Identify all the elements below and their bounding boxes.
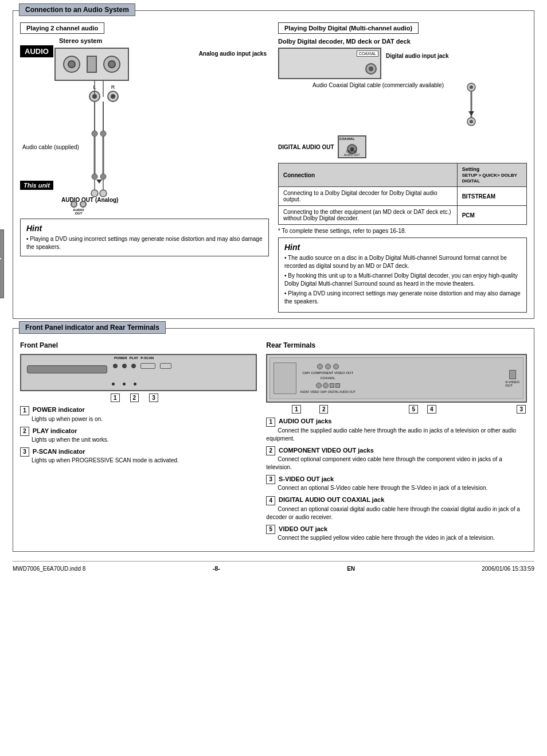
footer-file: MWD7006_E6A70UD.indd 8 xyxy=(13,566,85,572)
audio-left: Playing 2 channel audio Stereo system AU… xyxy=(20,22,269,313)
rear-list-item: 1 AUDIO OUT jacks Connect the supplied a… xyxy=(266,417,527,442)
audio-out-label: AUDIO OUT (Analog) xyxy=(61,196,118,204)
table-col1-header: Connection xyxy=(279,163,458,187)
table-row2-connection: Connecting to the other equipment (an MD… xyxy=(279,206,458,225)
rear-list-item: 4 DIGITAL AUDIO OUT COAXIAL jack Connect… xyxy=(266,496,527,521)
audio-cable-label: Audio cable (supplied) xyxy=(22,143,79,151)
audio-section: Connection to an Audio System Playing 2 … xyxy=(13,10,534,319)
indicator-item: 3 P-SCAN indicator Lights up when PROGRE… xyxy=(20,447,257,465)
hint-title-right: Hint xyxy=(284,243,521,252)
fp-right: Rear Terminals xyxy=(266,341,527,545)
hint-text-right: • The audio source on a disc in a Dolby … xyxy=(284,254,521,306)
audio-out-connector: AUDIOOUT xyxy=(71,201,87,215)
fp-subtitle: Front Panel xyxy=(20,341,257,349)
rear-device: CbPr COMPONENT VIDEO OUT COAXIAL AUDIOVI… xyxy=(266,354,527,403)
svg-point-4 xyxy=(92,131,97,137)
svg-point-19 xyxy=(470,120,473,123)
dolby-box: Playing Dolby Digital (Multi-channel aud… xyxy=(278,22,419,34)
rear-subtitle: Rear Terminals xyxy=(266,341,527,349)
dolby-cable-svg xyxy=(448,81,494,133)
cable-label: Audio Coaxial Digital cable (commerciall… xyxy=(312,81,444,89)
fp-number-labels: 1 2 3 xyxy=(111,393,257,402)
svg-point-9 xyxy=(100,174,106,180)
front-panel-section: Front Panel indicator and Rear Terminals… xyxy=(13,328,534,552)
svg-marker-20 xyxy=(468,111,474,116)
page: Setup Connection to an Audio System Play… xyxy=(0,0,547,756)
page-footer: MWD7006_E6A70UD.indd 8 -8- EN 2006/01/06… xyxy=(13,561,534,572)
channel-box: Playing 2 channel audio xyxy=(20,22,104,34)
digital-input-label: Digital audio input jack xyxy=(386,52,448,60)
audio-right: Playing Dolby Digital (Multi-channel aud… xyxy=(278,22,527,313)
digital-out-area: DIGITAL AUDIO OUT COAXIAL DIGITALAUDIO O… xyxy=(278,135,527,158)
hint-text-left: • Playing a DVD using incorrect settings… xyxy=(26,235,263,251)
indicator-item: 1 POWER indicator Lights up when power i… xyxy=(20,406,257,423)
setting-table: Connection Setting SETUP > QUICK> DOLBY … xyxy=(278,163,527,225)
table-row1-setting: BITSTREAM xyxy=(457,187,526,206)
fp-left: Front Panel POWERPLAYP-SCAN xyxy=(20,341,257,545)
table-row1-connection: Connecting to a Dolby Digital decoder fo… xyxy=(279,187,458,206)
coaxial-label: COAXIAL xyxy=(357,50,378,57)
rear-number-labels: 1 2 5 4 3 xyxy=(266,405,527,414)
svg-point-5 xyxy=(100,131,106,137)
front-panel-device: POWERPLAYP-SCAN xyxy=(20,354,257,391)
table-col2-header: Setting SETUP > QUICK> DOLBY DIGITAL xyxy=(457,163,526,187)
hint-box-right: Hint • The audio source on a disc in a D… xyxy=(278,237,527,313)
svg-point-16 xyxy=(470,85,473,89)
connection-lines xyxy=(20,37,269,215)
audio-section-title: Connection to an Audio System xyxy=(19,3,135,16)
table-row2-setting: PCM xyxy=(457,206,526,225)
svg-marker-14 xyxy=(96,180,102,184)
rear-list-item: 5 VIDEO OUT jack Connect the supplied ye… xyxy=(266,525,527,542)
indicator-item: 2 PLAY indicator Lights up when the unit… xyxy=(20,427,257,444)
front-panel-title: Front Panel indicator and Rear Terminals xyxy=(19,321,166,334)
digital-out-label: DIGITAL AUDIO OUT xyxy=(278,143,334,151)
rear-list-item: 3 S-VIDEO OUT jack Connect an optional S… xyxy=(266,475,527,492)
page-number: -8- xyxy=(212,565,220,572)
this-unit-label: This unit xyxy=(20,181,53,190)
footer-lang: EN xyxy=(347,566,355,572)
hint-box-left: Hint • Playing a DVD using incorrect set… xyxy=(20,219,269,256)
setup-tab: Setup xyxy=(0,229,4,298)
hint-title-left: Hint xyxy=(26,224,263,233)
page-note: * To complete these settings, refer to p… xyxy=(278,228,527,234)
rear-list-item: 2 COMPONENT VIDEO OUT jacks Connect opti… xyxy=(266,446,527,471)
footer-date: 2006/01/06 15:33:59 xyxy=(482,566,534,572)
indicator-list: 1 POWER indicator Lights up when power i… xyxy=(20,406,257,465)
svg-point-8 xyxy=(92,174,97,180)
rear-list: 1 AUDIO OUT jacks Connect the supplied a… xyxy=(266,417,527,542)
decoder-label: Dolby Digital decoder, MD deck or DAT de… xyxy=(278,37,527,45)
